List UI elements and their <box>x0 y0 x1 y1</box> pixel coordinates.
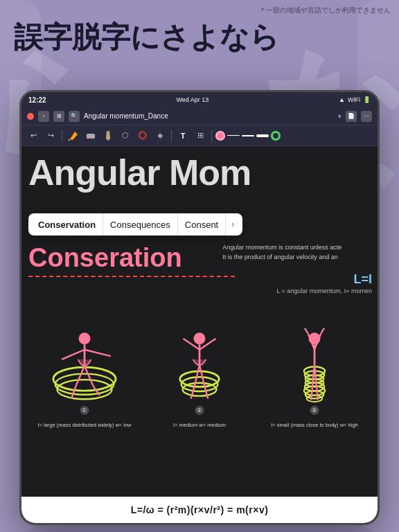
svg-line-26 <box>200 364 204 384</box>
autocorrect-more-arrow[interactable]: › <box>226 220 240 229</box>
line-weight-thick[interactable] <box>256 134 269 137</box>
signal-icon: ▲ <box>339 96 345 103</box>
toolbar-separator-3 <box>211 130 212 141</box>
right-text-content: Angular momentum is constant unless acte… <box>222 243 372 262</box>
pencil-tool[interactable] <box>100 128 116 143</box>
status-date: Wed Apr 13 <box>176 96 209 103</box>
svg-rect-3 <box>107 131 110 132</box>
more-icon[interactable]: ⋯ <box>361 111 372 122</box>
pen-tool[interactable] <box>66 128 81 143</box>
svg-point-6 <box>57 380 112 399</box>
svg-line-24 <box>195 364 200 384</box>
title-dropdown-icon[interactable]: ▾ <box>338 113 342 120</box>
figure-3-label: I= small (mass close to body) w= high <box>271 422 357 428</box>
search-icon[interactable]: 🔍 <box>69 111 80 122</box>
autocorrect-item-consent[interactable]: Consent <box>178 213 226 236</box>
svg-point-20 <box>194 332 206 344</box>
angular-momentum-title: Angular Mom <box>21 146 378 195</box>
autocorrect-popup: Conservation Consequences Consent › <box>28 213 242 236</box>
redo-button[interactable]: ↪ <box>43 128 58 143</box>
toolbar: ↩ ↪ ⬡ ⭕ ◈ T ⊞ <box>21 125 378 146</box>
ballerina-figure-2: ② I= medium w= medium <box>161 314 238 425</box>
wifi-icon: WiFi <box>348 96 360 103</box>
svg-line-0 <box>69 139 70 141</box>
bottom-formula: L=/ω = (r²m)(r×v/r²) = m(r×v) <box>21 497 378 523</box>
right-text-line1: Angular momentum is constant unless acte <box>222 243 372 253</box>
svg-line-9 <box>62 350 85 360</box>
svg-text:②: ② <box>197 407 202 414</box>
ipad-screen: 12:22 Wed Apr 13 ▲ WiFi 🔋 ‹ ⊞ 🔍 Angular … <box>21 92 378 523</box>
battery-icon: 🔋 <box>363 96 371 103</box>
status-bar: 12:22 Wed Apr 13 ▲ WiFi 🔋 <box>21 92 378 107</box>
figure-2-label: I= medium w= medium <box>173 422 226 428</box>
dotted-underline <box>28 276 235 277</box>
autocorrect-item-consequences[interactable]: Consequences <box>103 213 178 236</box>
svg-text:③: ③ <box>312 407 317 414</box>
svg-point-7 <box>79 332 91 344</box>
svg-text:①: ① <box>82 407 87 414</box>
undo-button[interactable]: ↩ <box>26 128 41 143</box>
ballerina-figures: ① I= large (mass distributed widely) w= … <box>21 293 378 445</box>
close-button[interactable] <box>27 113 34 120</box>
svg-line-46 <box>314 364 317 384</box>
eraser-tool[interactable] <box>83 128 98 143</box>
svg-rect-2 <box>87 137 90 139</box>
handwritten-area: Conseration Angular momentum is constant… <box>21 238 378 523</box>
svg-line-12 <box>71 386 76 399</box>
text-tool[interactable]: T <box>175 128 190 143</box>
title-bar: ‹ ⊞ 🔍 Angular momentum_Dance ▾ 📄 ⋯ <box>21 107 378 125</box>
ballerina-figure-1: ① I= large (mass distributed widely) w= … <box>46 314 123 425</box>
ballerina-figure-3: ③ I= small (mass close to body) w= high <box>276 314 353 425</box>
autocorrect-item-conservation[interactable]: Conservation <box>31 213 103 236</box>
svg-line-10 <box>85 350 111 356</box>
region-notice: ＊一部の地域や言語でしか利用できません <box>259 6 391 15</box>
status-time: 12:22 <box>28 96 46 104</box>
ipad-mockup: 12:22 Wed Apr 13 ▲ WiFi 🔋 ‹ ⊞ 🔍 Angular … <box>19 90 380 525</box>
document-title: Angular momentum_Dance <box>84 112 334 120</box>
document-icon[interactable]: 📄 <box>346 111 357 122</box>
toolbar-separator-2 <box>171 130 172 141</box>
line-weight-medium[interactable] <box>242 135 254 136</box>
status-right: ▲ WiFi 🔋 <box>339 96 371 103</box>
grid-icon[interactable]: ⊞ <box>53 111 64 122</box>
nav-back-icon[interactable]: ‹ <box>38 111 49 122</box>
figure-1-label: I= large (mass distributed widely) w= lo… <box>37 422 131 428</box>
main-headline: 誤字脱字にさよなら <box>14 21 385 54</box>
formula-text: L=I <box>353 272 372 287</box>
toolbar-separator-1 <box>62 130 62 141</box>
color-green-option[interactable] <box>271 131 281 141</box>
handwritten-word: Conseration <box>28 243 182 273</box>
shapes-tool[interactable]: ⬡ <box>118 128 133 143</box>
svg-line-41 <box>305 328 308 334</box>
stamp-tool[interactable]: ◈ <box>152 128 168 143</box>
image-tool[interactable]: ⊞ <box>193 128 208 143</box>
color-picker[interactable] <box>215 131 225 141</box>
line-weight-thin[interactable] <box>227 135 240 136</box>
lasso-tool[interactable]: ⭕ <box>135 128 150 143</box>
svg-line-11 <box>76 366 85 385</box>
svg-line-13 <box>85 366 93 385</box>
right-text-line2: It is the product of angular velocity an… <box>222 253 372 263</box>
svg-line-43 <box>321 328 324 334</box>
